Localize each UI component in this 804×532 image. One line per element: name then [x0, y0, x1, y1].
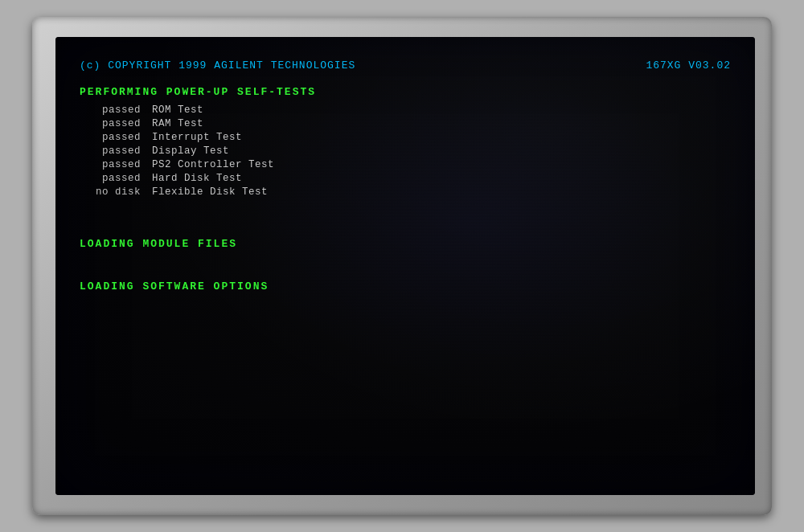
test-list: passed ROM Test passed RAM Test passed I…: [80, 104, 731, 198]
table-row: no disk Flexible Disk Test: [80, 186, 731, 198]
table-row: passed Display Test: [80, 145, 731, 157]
test-name-fdd: Flexible Disk Test: [152, 186, 268, 198]
table-row: passed RAM Test: [80, 118, 731, 129]
copyright-line: (c) COPYRIGHT 1999 AGILENT TECHNOLOGIES …: [80, 59, 731, 72]
test-name-display: Display Test: [152, 145, 229, 157]
test-status-ps2: passed: [80, 159, 152, 170]
loading-software-header: LOADING SOFTWARE OPTIONS: [80, 280, 731, 293]
test-status-interrupt: passed: [80, 132, 152, 143]
test-name-hdd: Hard Disk Test: [152, 173, 242, 184]
loading-software-section: LOADING SOFTWARE OPTIONS: [80, 280, 731, 293]
test-status-ram: passed: [80, 118, 152, 129]
test-status-hdd: passed: [80, 173, 152, 184]
test-status-fdd: no disk: [80, 186, 152, 198]
loading-module-section: LOADING MODULE FILES: [80, 238, 731, 250]
table-row: passed Hard Disk Test: [80, 173, 731, 184]
monitor-outer: (c) COPYRIGHT 1999 AGILENT TECHNOLOGIES …: [32, 17, 772, 515]
test-status-rom: passed: [80, 104, 152, 116]
loading-module-header: LOADING MODULE FILES: [80, 238, 731, 250]
table-row: passed Interrupt Test: [80, 132, 731, 143]
table-row: passed PS2 Controller Test: [80, 159, 731, 170]
copyright-text: (c) COPYRIGHT 1999 AGILENT TECHNOLOGIES: [80, 59, 355, 72]
test-name-ps2: PS2 Controller Test: [152, 159, 274, 170]
self-test-header: PERFORMING POWER-UP SELF-TESTS: [80, 86, 731, 98]
test-name-interrupt: Interrupt Test: [152, 132, 242, 143]
screen-content: (c) COPYRIGHT 1999 AGILENT TECHNOLOGIES …: [80, 59, 731, 293]
version-text: 167XG V03.02: [646, 59, 731, 72]
test-name-rom: ROM Test: [152, 104, 203, 116]
screen: (c) COPYRIGHT 1999 AGILENT TECHNOLOGIES …: [55, 37, 755, 495]
test-name-ram: RAM Test: [152, 118, 203, 129]
table-row: passed ROM Test: [80, 104, 731, 116]
test-status-display: passed: [80, 145, 152, 157]
